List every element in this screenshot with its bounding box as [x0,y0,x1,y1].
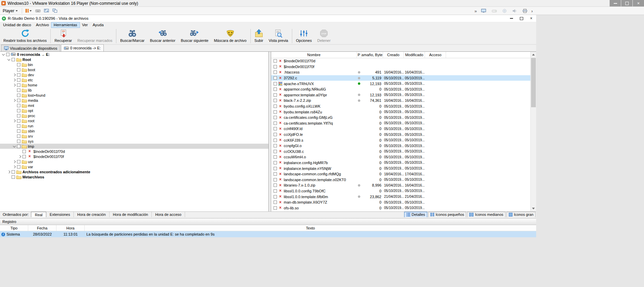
m-scara-de-archivo-button[interactable]: Máscara de archivo [211,28,249,44]
file-row-black-7-x-2-2-zip[interactable]: × black-7.x-2.2.zip 74,361 16/04/2016...… [271,98,530,103]
file-row-ca-certificates-config-gmjlvg[interactable]: × ca-certificates.config.GMjLvG 0 05/10/… [271,115,530,121]
file-row-inodedir0011f70f[interactable]: × $InodeDir0011f70f [271,64,530,70]
buscar-siguiente-button[interactable]: Buscar siguiente [178,28,211,44]
file-row-libssl1-0-0-config-t9bofc[interactable]: × libssl1.0.0.config.T9bOfC 0 05/10/2019… [271,188,530,194]
expand-chevron-icon[interactable] [12,160,16,164]
checkbox[interactable] [17,89,20,92]
checkbox[interactable] [274,178,277,181]
checkbox[interactable] [17,140,20,143]
file-row-ccoou3l8-c[interactable]: × ccOOU3l8.c 0 05/10/2019... 05/10/2019.… [271,149,530,155]
file-row-man-db-template-x6oy7z[interactable]: × man-db.template.X6OY7Z 0 05/10/2019...… [271,200,530,205]
tree-item-inodedir0011f70d[interactable]: × $InodeDir0011f70d [0,149,268,154]
tree-item-tmp[interactable]: tmp [0,144,268,149]
tree-item-lib[interactable]: lib [0,87,268,93]
tree-item-boot[interactable]: boot [0,67,268,72]
checkbox[interactable] [274,161,277,164]
checkbox[interactable] [274,184,277,187]
printer-icon[interactable] [523,9,527,13]
checkbox[interactable] [274,127,277,130]
tab-visualizaci-n-de-dispositivos[interactable]: Visualización de dispositivos [1,45,60,51]
file-row-ca-certificates-template-ylf7iq[interactable]: × ca-certificates.template.Ylf7Iq 0 05/1… [271,121,530,126]
checkbox[interactable] [12,58,15,61]
expand-chevron-icon[interactable] [12,83,16,87]
recuperar-button[interactable]: Recuperar [52,28,75,44]
sort-tab-hora-de-modificaci-n[interactable]: Hora de modificación [110,212,152,217]
column-header-acceso[interactable]: Acceso [425,52,446,58]
file-row-apparmor-config-nrku6g[interactable]: × apparmor.config.NRku6G 0 05/10/2019...… [271,86,530,92]
tree-item-media[interactable]: media [0,98,268,103]
tree-item-usr[interactable]: usr [0,159,268,164]
checkbox[interactable] [274,70,277,74]
file-row-apparmor-template-a0yipr[interactable]: × apparmor.template.a0YIpr 12,193 05/10/… [271,92,530,98]
tree-item-opt[interactable]: opt [0,108,268,113]
column-header-creado[interactable]: Creado [383,52,404,58]
checkbox[interactable] [17,99,20,102]
ctrl-alt-del-icon[interactable] [35,9,40,13]
file-row-irqbalance-config-hgmr7b[interactable]: × irqbalance.config.HgMR7b 0 05/10/2019.… [271,160,530,166]
menu-herramientas[interactable]: Herramientas [51,22,80,28]
checkbox[interactable] [274,189,277,193]
file-row-apache-xtrhuvx[interactable]: apache-xTRhUVX 12,193 05/10/2019... 05/1… [271,81,530,86]
file-row-landscape-common-config-rfdmqg[interactable]: × landscape-common.config.rfdMQg 0 18/04… [271,171,530,177]
display-icon[interactable] [481,9,486,13]
detener-button[interactable]: STOP Detener [314,28,333,44]
checkbox[interactable] [274,65,277,68]
column-header-ama-o-byte[interactable]: amaño, Byte [361,52,383,58]
tree-item-srv[interactable]: srv [0,133,268,139]
sort-tab-real[interactable]: Real [31,212,46,217]
file-row-ofs-lib-so[interactable]: × ofs-lib.so 0 05/10/2019... 05/10/2019.… [271,205,530,211]
tree-item-0-reconocida-e[interactable]: FAT 0 reconocida → E: [0,52,268,57]
app-close-button[interactable]: × [526,15,536,22]
sort-tab-hora-de-acceso[interactable]: Hora de acceso [152,212,185,217]
player-menu-button[interactable]: Player [0,7,20,15]
tree-item-sbin[interactable]: sbin [0,128,268,133]
files-scrollbar[interactable] [530,52,536,211]
toolbar-collapse-icon[interactable]: › [531,9,533,14]
expand-chevron-icon[interactable] [7,58,11,62]
subir-button[interactable]: Subir [252,28,266,44]
file-row-inodedir0011f70d[interactable]: × $InodeDir0011f70d [271,58,530,64]
tree-item-lost-found[interactable]: lost+found [0,93,268,98]
file-row-irqbalance-template-ny5njw[interactable]: × irqbalance.template.nY5NjW 0 05/10/201… [271,165,530,171]
view-button-iconos-medianos[interactable]: Iconos medianos [467,212,505,218]
checkbox[interactable] [17,94,20,97]
checkbox[interactable] [274,206,277,210]
log-column-hora[interactable]: Hora [56,225,85,231]
vista-previa-button[interactable]: Vista previa [266,28,291,44]
file-row-libraries-7-x-1-0-zip[interactable]: × libraries-7.x-1.0.zip 8,996 16/04/2016… [271,182,530,188]
checkbox[interactable] [22,150,26,153]
file-row-ccixjdfo-le[interactable]: × cciXjdFO.le 0 05/10/2019... 05/10/2019… [271,132,530,138]
checkbox[interactable] [274,155,277,159]
checkbox[interactable] [274,93,277,97]
checkbox[interactable] [274,167,277,170]
tree-item-etc[interactable]: etc [0,77,268,82]
buscar-anterior-button[interactable]: Buscar anterior [147,28,178,44]
file-row-ccsuw6mh-o[interactable]: × ccsuW6mH.o 0 05/10/2019... 05/10/2019.… [271,154,530,160]
sound-icon[interactable] [512,9,517,13]
tree-item-home[interactable]: home [0,82,268,87]
checkbox[interactable] [274,82,277,85]
file-row-ccnpfggl-o[interactable]: × ccnpfgGl.o 0 05/10/2019... 05/10/2019.… [271,143,530,149]
tree-item-dev[interactable]: dev [0,72,268,77]
tree-item-proc[interactable]: proc [0,113,268,118]
buscar-marcar-button[interactable]: Buscar/Marcar [117,28,147,44]
file-row-37292-c[interactable]: × 37292.c 5,119 05/10/2019... 05/10/2019… [271,75,530,81]
checkbox[interactable] [274,105,277,108]
file-row-byobu-config-oxllwk[interactable]: × byobu.config.oXLLWK 0 05/10/2019... 05… [271,103,530,109]
checkbox[interactable] [17,160,20,163]
cdrom-icon[interactable] [502,9,507,13]
checkbox[interactable] [274,99,277,102]
log-row[interactable]: i Sistema 28/03/2022 11:13:01 La búsqued… [0,231,536,237]
checkbox[interactable] [17,165,20,169]
checkbox[interactable] [22,155,26,158]
checkbox[interactable] [274,76,277,80]
checkbox[interactable] [274,133,277,136]
checkbox[interactable] [274,139,277,142]
column-header-p[interactable]: P [357,52,361,58]
expand-chevron-icon[interactable] [12,98,16,102]
checkbox[interactable] [274,122,277,125]
unity-icon[interactable] [52,9,57,13]
tree-item-archivos-encontrados-adicionalmente[interactable]: Archivos encontrados adicionalmente [0,169,268,174]
checkbox[interactable] [274,59,277,63]
checkbox[interactable] [17,134,20,138]
